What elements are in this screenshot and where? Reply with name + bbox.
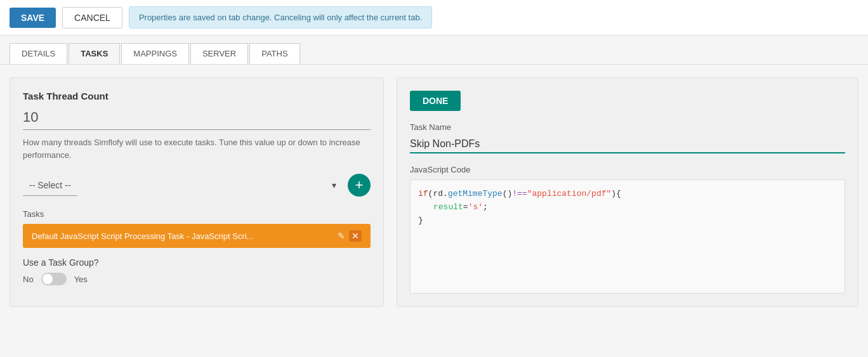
left-panel: Task Thread Count 10 How many threads Si… [10, 77, 384, 307]
tab-tasks[interactable]: TASKS [69, 43, 120, 64]
code-editor[interactable]: if(rd.getMimeType() !== "application/pdf… [410, 179, 845, 294]
select-row: -- Select -- + [23, 174, 371, 197]
tab-server[interactable]: SERVER [190, 43, 248, 64]
toggle-no-label: No [23, 275, 34, 284]
thread-count-value: 10 [23, 109, 371, 130]
toggle-section: Use a Task Group? No Yes [23, 257, 371, 285]
tab-paths[interactable]: PATHS [249, 43, 299, 64]
code-line-1: if(rd.getMimeType() !== "application/pdf… [418, 188, 837, 201]
task-group-toggle[interactable] [41, 273, 67, 285]
right-panel: DONE Task Name JavaScript Code if(rd.get… [397, 77, 858, 307]
thread-count-title: Task Thread Count [23, 91, 371, 101]
use-task-group-label: Use a Task Group? [23, 257, 371, 268]
done-button[interactable]: DONE [410, 91, 461, 111]
task-select[interactable]: -- Select -- [23, 175, 77, 196]
tabs-bar: DETAILS TASKS MAPPINGS SERVER PATHS [0, 36, 868, 65]
task-item: Default JavaScript Script Processing Tas… [23, 224, 371, 248]
toggle-row: No Yes [23, 273, 371, 285]
js-code-label: JavaScript Code [410, 165, 845, 174]
info-banner: Properties are saved on tab change. Canc… [129, 6, 432, 29]
tab-mappings[interactable]: MAPPINGS [121, 43, 189, 64]
main-content: Task Thread Count 10 How many threads Si… [0, 65, 868, 320]
top-bar: SAVE CANCEL Properties are saved on tab … [0, 0, 868, 36]
task-actions: ✎ ✕ [338, 230, 362, 242]
toggle-yes-label: Yes [74, 275, 88, 284]
task-name-input[interactable] [410, 136, 845, 153]
task-item-text: Default JavaScript Script Processing Tas… [32, 231, 331, 241]
task-edit-icon[interactable]: ✎ [338, 231, 345, 241]
code-line-2: result = 's'; [433, 201, 837, 214]
code-line-3: } [418, 214, 837, 228]
task-name-label: Task Name [410, 122, 845, 132]
cancel-button[interactable]: CANCEL [62, 7, 122, 29]
tasks-label: Tasks [23, 209, 371, 219]
save-button[interactable]: SAVE [10, 8, 56, 28]
task-remove-icon[interactable]: ✕ [349, 230, 362, 242]
tab-details[interactable]: DETAILS [10, 43, 67, 64]
add-task-button[interactable]: + [348, 174, 371, 197]
thread-count-description: How many threads Simflofy will use to ex… [23, 136, 371, 161]
select-wrapper: -- Select -- [23, 175, 341, 196]
